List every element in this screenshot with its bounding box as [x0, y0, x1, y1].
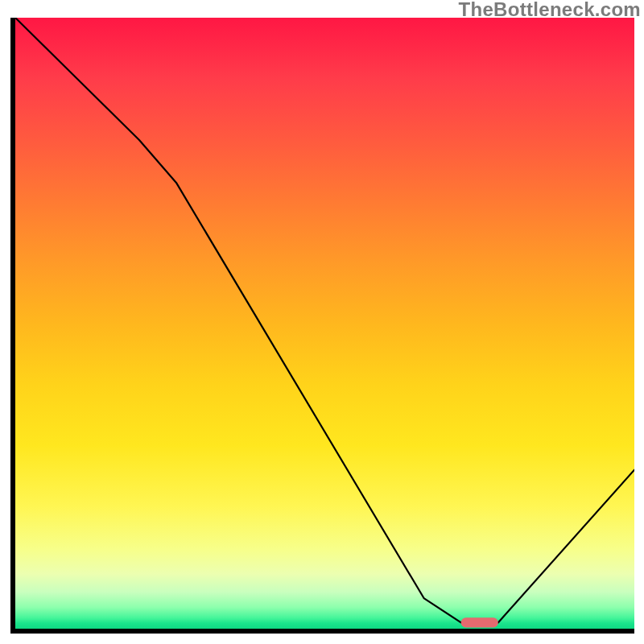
curve-layer: [15, 18, 634, 629]
bottleneck-chart: TheBottleneck.com: [0, 0, 644, 644]
bottleneck-point-marker: [461, 617, 498, 627]
plot-area: [10, 18, 634, 634]
bottleneck-curve: [15, 18, 634, 622]
